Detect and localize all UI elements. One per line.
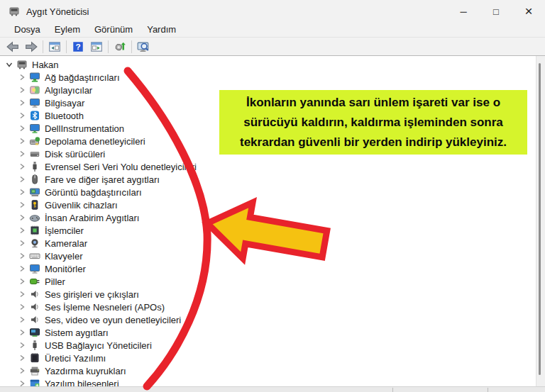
taskbar-separator <box>488 388 488 392</box>
help-button[interactable] <box>69 39 87 55</box>
chevron-right-icon[interactable] <box>16 212 28 223</box>
back-button[interactable] <box>4 39 22 55</box>
tree-item-label: İnsan Arabirim Aygıtları <box>45 213 139 223</box>
chevron-right-icon[interactable] <box>16 352 28 364</box>
forward-button[interactable] <box>22 39 40 55</box>
disk-drive-icon <box>29 148 41 159</box>
chevron-right-icon[interactable] <box>16 135 28 147</box>
tree-item-label: Bluetooth <box>45 111 84 121</box>
scan-hardware-icon <box>114 40 126 53</box>
tree-item-label: Yazılım bileşenleri <box>45 379 119 387</box>
tree-item-label: Ses, video ve oyun denetleyicileri <box>45 315 181 325</box>
tree-item[interactable]: Yazılım bileşenleri <box>0 377 536 386</box>
chevron-right-icon[interactable] <box>16 327 28 338</box>
chevron-right-icon[interactable] <box>16 199 28 211</box>
scrollbar-thumb[interactable] <box>539 63 541 375</box>
tree-item[interactable]: Fare ve diğer işaret aygıtları <box>0 173 536 186</box>
scan-hardware-button[interactable] <box>111 39 129 55</box>
tree-item-label: USB Bağlayıcı Yöneticileri <box>45 340 152 351</box>
chevron-right-icon[interactable] <box>16 174 28 185</box>
sensor-icon <box>29 84 41 96</box>
annotation-callout: İkonların yanında sarı ünlem işareti var… <box>219 90 527 155</box>
tree-item-label: Kameralar <box>45 238 87 249</box>
tree-item-label: Depolama denetleyicileri <box>45 136 145 147</box>
storage-controller-icon <box>29 135 41 147</box>
printer-icon <box>29 365 41 376</box>
tree-item[interactable]: Piller <box>0 275 536 288</box>
tree-item-label: Klavyeler <box>45 251 82 262</box>
bluetooth-icon <box>29 110 41 121</box>
chevron-right-icon[interactable] <box>4 59 15 70</box>
tree-item[interactable]: Klavyeler <box>0 250 536 262</box>
tree-item[interactable]: Üretici Yazılımı <box>0 352 536 364</box>
tree-item[interactable]: Monitörler <box>0 262 536 275</box>
show-console-tree-button[interactable] <box>45 39 64 55</box>
chevron-right-icon[interactable] <box>16 378 28 386</box>
maximize-button[interactable]: □ <box>480 0 512 23</box>
vertical-scrollbar[interactable] <box>536 56 545 386</box>
tree-item[interactable]: Ağ bağdaştırıcıları <box>0 71 536 84</box>
chevron-right-icon[interactable] <box>16 289 28 300</box>
tree-item-label: Ağ bağdaştırıcıları <box>45 72 120 83</box>
properties-window-icon <box>90 40 103 53</box>
tree-item[interactable]: İnsan Arabirim Aygıtları <box>0 211 536 224</box>
back-arrow-icon <box>6 40 19 53</box>
chevron-right-icon[interactable] <box>16 340 28 351</box>
chevron-right-icon[interactable] <box>16 301 28 313</box>
chevron-right-icon[interactable] <box>16 123 28 134</box>
menu-item[interactable]: Eylem <box>48 23 87 37</box>
chevron-right-icon[interactable] <box>16 263 28 274</box>
chevron-right-icon[interactable] <box>16 186 28 198</box>
chevron-right-icon[interactable] <box>16 72 28 83</box>
help-icon <box>72 40 84 53</box>
speaker-icon <box>29 301 41 313</box>
console-tree-icon <box>48 40 61 53</box>
title-bar: Aygıt Yöneticisi ─ □ × <box>0 0 545 23</box>
close-button[interactable]: × <box>512 0 545 23</box>
chevron-right-icon[interactable] <box>16 276 28 287</box>
tree-item[interactable]: Hakan <box>0 58 536 71</box>
chevron-right-icon[interactable] <box>16 314 28 325</box>
forward-arrow-icon <box>25 40 38 53</box>
menu-item[interactable]: Dosya <box>7 23 48 37</box>
taskbar-separator <box>392 388 393 392</box>
search-devices-button[interactable] <box>134 39 153 55</box>
computer-search-icon <box>137 40 150 53</box>
tree-item[interactable]: Ses, video ve oyun denetleyicileri <box>0 313 536 326</box>
chevron-right-icon[interactable] <box>16 225 28 236</box>
computer-root-icon <box>16 59 28 70</box>
usb-icon <box>29 340 41 351</box>
chevron-right-icon[interactable] <box>16 110 28 121</box>
tree-item[interactable]: USB Bağlayıcı Yöneticileri <box>0 339 536 352</box>
tree-item[interactable]: Kameralar <box>0 237 536 250</box>
tree-item-label: Monitörler <box>45 264 86 274</box>
properties-button[interactable] <box>87 39 106 55</box>
software-component-icon <box>29 378 41 386</box>
tree-item[interactable]: Güvenlik cihazları <box>0 198 536 211</box>
chevron-right-icon[interactable] <box>16 250 28 262</box>
menu-item[interactable]: Görünüm <box>87 23 140 37</box>
tree-item-label: İşlemciler <box>45 225 84 236</box>
minimize-button[interactable]: ─ <box>447 0 480 23</box>
tree-item-label: Üretici Yazılımı <box>45 353 106 364</box>
security-device-icon <box>29 199 41 211</box>
taskbar-strip <box>0 386 545 392</box>
chevron-right-icon[interactable] <box>16 148 28 159</box>
chevron-right-icon[interactable] <box>16 97 28 108</box>
tree-item[interactable]: İşlemciler <box>0 224 536 237</box>
tree-item-label: Ses girişleri ve çıkışları <box>45 289 139 300</box>
tree-item-label: Ses İşleme Nesneleri (APOs) <box>45 302 165 313</box>
tree-item[interactable]: Ses İşleme Nesneleri (APOs) <box>0 301 536 313</box>
chevron-right-icon[interactable] <box>16 161 28 172</box>
tree-item-label: Fare ve diğer işaret aygıtları <box>45 174 160 185</box>
speaker-icon <box>29 314 41 325</box>
tree-item[interactable]: Evrensel Seri Veri Yolu denetleyicileri <box>0 160 536 173</box>
menu-item[interactable]: Yardım <box>140 23 183 37</box>
tree-item[interactable]: Görüntü bağdaştırıcıları <box>0 186 536 198</box>
chevron-right-icon[interactable] <box>16 365 28 376</box>
tree-item[interactable]: Sistem aygıtları <box>0 326 536 339</box>
chevron-right-icon[interactable] <box>16 237 28 249</box>
chevron-right-icon[interactable] <box>16 84 28 96</box>
tree-item[interactable]: Yazdırma kuyrukları <box>0 364 536 377</box>
tree-item[interactable]: Ses girişleri ve çıkışları <box>0 288 536 301</box>
